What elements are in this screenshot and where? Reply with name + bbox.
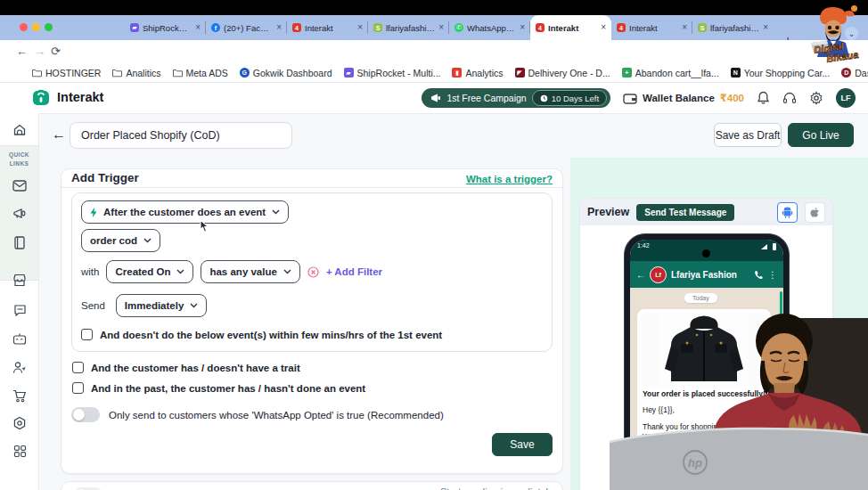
bookmark-folder-analitics[interactable]: Analitics [112, 68, 160, 78]
remove-filter-icon[interactable] [307, 266, 319, 278]
storefront-icon [12, 274, 27, 287]
tab-close-icon[interactable]: × [520, 23, 525, 32]
presenter-video-overlay: hp [610, 290, 868, 490]
send-test-message-button[interactable]: Send Test Message [636, 204, 734, 221]
wallet-balance[interactable]: Wallet Balance ₹400 [623, 92, 744, 104]
left-sidebar: QUICK LINKS [0, 113, 39, 490]
battery-icon [773, 243, 776, 250]
window-zoom-button[interactable] [45, 23, 53, 31]
bookmark-delhivery[interactable]: ◤Delhivery One - D... [515, 68, 610, 78]
sidebar-item-automation-bot[interactable] [0, 325, 39, 352]
what-is-trigger-link[interactable]: What is a trigger? [466, 174, 553, 184]
bookmark-wp-dashboard[interactable]: DDashboard ‹ Lfariy... [841, 68, 868, 78]
campaign-name-input[interactable] [70, 122, 292, 149]
filter-field-dropdown[interactable]: Created On [106, 260, 193, 283]
notifications-bell-icon[interactable] [757, 91, 770, 105]
trait-condition-checkbox[interactable] [72, 362, 84, 373]
sidebar-item-orders[interactable] [0, 382, 39, 409]
bookmark-shiprocket[interactable]: ▰ShipRocket - Multi... [344, 68, 441, 78]
sidebar-item-templates[interactable] [0, 229, 39, 256]
bot-inbox-icon [12, 333, 27, 345]
contact-avatar: Lf [650, 266, 667, 283]
tab-close-icon[interactable]: × [601, 23, 606, 32]
tab-close-icon[interactable]: × [195, 23, 201, 32]
tab-shopify-apps[interactable]: S lfariyafashion - Appr × [368, 15, 449, 40]
with-label: with [81, 266, 99, 277]
window-close-button[interactable] [20, 23, 28, 31]
send-timing-dropdown[interactable]: Immediately [116, 294, 207, 317]
tab-shiprocket[interactable]: ▰ ShipRocket - Multi-c × [125, 15, 206, 40]
trigger-type-dropdown[interactable]: After the customer does an event [81, 200, 289, 224]
tab-close-icon[interactable]: × [276, 23, 282, 32]
back-icon[interactable]: ← [16, 45, 28, 57]
notebook-icon [13, 236, 26, 249]
bookmark-gokwik[interactable]: GGokwik Dashboard [240, 68, 332, 78]
gokwik-icon: G [240, 68, 250, 78]
bookmark-analytics[interactable]: ▮Analytics [452, 68, 503, 78]
filter-operator-dropdown[interactable]: has any value [201, 260, 299, 283]
bookmarks-bar: HOSTINGER Analitics Meta ADS GGokwik Das… [0, 63, 868, 83]
tab-interakt-1[interactable]: 4 Interakt × [287, 15, 368, 40]
megaphone-icon [12, 208, 27, 220]
ios-preview-toggle[interactable] [805, 202, 825, 223]
call-icon [754, 270, 764, 280]
sidebar-item-contacts[interactable] [0, 354, 39, 380]
negative-event-checkbox[interactable] [81, 329, 93, 340]
days-left-badge: 10 Days Left [532, 90, 607, 106]
user-avatar[interactable]: LF [836, 88, 856, 108]
delhivery-icon: ◤ [515, 68, 525, 78]
add-trigger-card: Add Trigger What is a trigger? After the… [61, 168, 563, 474]
cart-icon [12, 389, 27, 403]
tab-facebook[interactable]: f (20+) Facebook × [206, 15, 287, 40]
sidebar-item-commerce[interactable] [0, 266, 39, 293]
tab-close-icon[interactable]: × [357, 23, 363, 32]
tab-whatsapp-business[interactable]: ✆ WhatsApp Business × [449, 15, 530, 40]
bookmark-shopping-cart[interactable]: NYour Shopping Car... [731, 68, 831, 78]
interakt-logo [32, 88, 50, 106]
past-event-checkbox[interactable] [72, 382, 84, 394]
video-top-bar [0, 0, 868, 15]
interakt-favicon: 4 [617, 23, 626, 32]
whatsapp-chat-header: ← Lf Lfariya Fashion ⋮ [630, 261, 783, 288]
bookmark-folder-meta-ads[interactable]: Meta ADS [173, 68, 228, 78]
back-button[interactable]: ← [52, 127, 66, 143]
sidebar-item-campaigns[interactable] [0, 200, 39, 227]
settings-gear-icon[interactable] [809, 91, 823, 105]
tab-close-icon[interactable]: × [763, 23, 768, 32]
save-button[interactable]: Save [492, 433, 553, 456]
tab-shopify-admin[interactable]: S lfariyafashion - Inter × [692, 15, 774, 40]
card-title: Add Trigger [71, 171, 139, 184]
save-as-draft-button[interactable]: Save as Draft [714, 123, 782, 147]
event-name-dropdown[interactable]: order cod [81, 229, 160, 252]
whatsapp-favicon: ✆ [454, 23, 463, 32]
send-label: Send [81, 300, 105, 311]
shiprocket-favicon: ▰ [130, 23, 139, 32]
chevron-down-icon [143, 238, 151, 243]
tab-interakt-active[interactable]: 4 Interakt × [530, 15, 611, 40]
svg-text:hp: hp [688, 456, 702, 470]
add-filter-link[interactable]: + Add Filter [326, 266, 382, 277]
quick-links-label: QUICK LINKS [0, 151, 38, 168]
tab-close-icon[interactable]: × [438, 23, 444, 32]
window-minimize-button[interactable] [32, 23, 40, 31]
sidebar-item-home[interactable] [0, 117, 39, 143]
bookmark-abandon-cart[interactable]: +Abandon cart__lfa... [622, 68, 719, 78]
preview-title: Preview [587, 206, 629, 218]
browser-url-bar: ← → ⟳ app.interakt.ai/notification/creat… [0, 40, 868, 63]
start-sending-label: Start sending immediately [440, 486, 553, 490]
forward-icon[interactable]: → [34, 45, 45, 57]
sidebar-item-chat-replies[interactable] [0, 297, 39, 323]
mail-icon [12, 180, 27, 192]
support-headset-icon[interactable] [782, 92, 797, 105]
bookmark-folder-hostinger[interactable]: HOSTINGER [32, 68, 101, 78]
sidebar-item-integrations[interactable] [0, 437, 39, 464]
android-preview-toggle[interactable] [777, 202, 798, 223]
go-live-button[interactable]: Go Live [788, 123, 854, 147]
tab-close-icon[interactable]: × [682, 23, 687, 32]
android-icon [782, 206, 793, 218]
sidebar-item-inbox[interactable] [0, 172, 39, 199]
reload-icon[interactable]: ⟳ [51, 45, 61, 57]
tab-interakt-2[interactable]: 4 Interakt × [611, 15, 692, 40]
sidebar-item-settings[interactable] [0, 410, 39, 437]
whatsapp-opted-toggle[interactable] [71, 407, 100, 422]
